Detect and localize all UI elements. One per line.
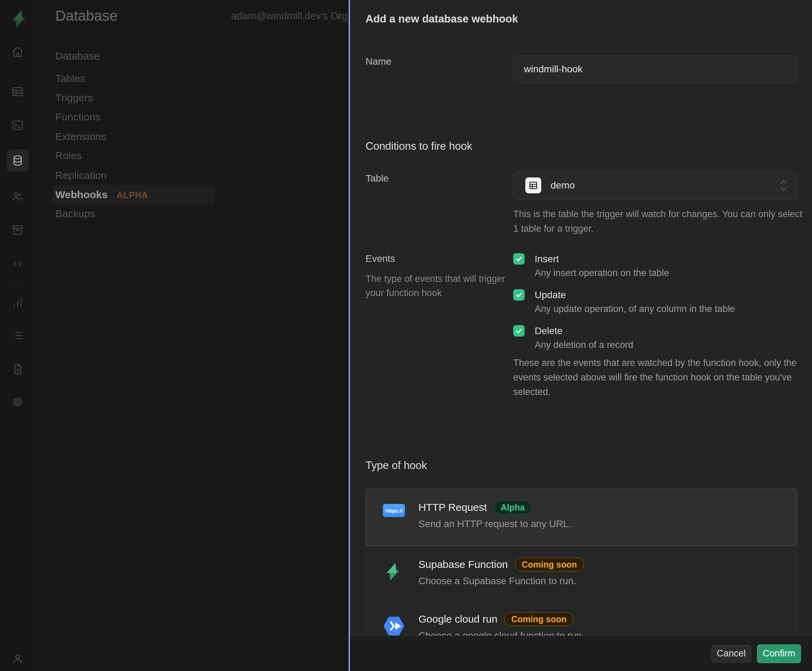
coming-soon-badge: Coming soon (505, 612, 574, 626)
breadcrumb-separator: / (337, 9, 340, 22)
breadcrumb-org[interactable]: adam@windmill.dev's Org (231, 10, 347, 22)
rail-item-database[interactable] (7, 150, 29, 172)
cancel-button[interactable]: Cancel (712, 645, 751, 662)
sidebar-item-triggers[interactable]: Triggers (55, 92, 93, 104)
name-input[interactable] (513, 55, 797, 83)
conditions-heading: Conditions to fire hook (366, 140, 472, 153)
update-description: Any update operation, of any column in t… (535, 304, 735, 314)
sidebar-item-backups[interactable]: Backups (55, 208, 95, 220)
sidebar-item-replication[interactable]: Replication (55, 169, 107, 182)
rail-item-reports[interactable] (7, 291, 29, 314)
rail-item-sql-editor[interactable] (7, 114, 29, 136)
table-icon (525, 177, 541, 193)
https-icon: https:// (383, 504, 405, 517)
rail-divider (5, 72, 30, 72)
hook-option-title: HTTP Request (419, 502, 487, 513)
rail-item-user[interactable] (7, 648, 29, 670)
update-label: Update (535, 289, 566, 301)
sql-editor-icon (12, 119, 24, 131)
delete-label: Delete (535, 325, 563, 337)
sidebar-item-extensions[interactable]: Extensions (55, 130, 106, 143)
events-note: These are the events that are watched by… (513, 356, 805, 399)
hook-option-supabase-function[interactable]: Supabase Function Coming soon Choose a S… (366, 546, 797, 600)
rail-item-logs[interactable] (7, 324, 29, 347)
panel-title: Add a new database webhook (366, 0, 518, 38)
rail-item-api[interactable] (7, 253, 29, 275)
confirm-button[interactable]: Confirm (757, 644, 801, 663)
divider (350, 109, 812, 109)
rail-item-home[interactable] (7, 41, 29, 63)
table-editor-icon (12, 85, 24, 98)
hook-option-description: Send an HTTP request to any URL. (419, 518, 571, 530)
sidebar-item-functions[interactable]: Functions (55, 111, 100, 123)
insert-checkbox[interactable] (513, 253, 524, 265)
hook-option-http-request[interactable]: https:// HTTP Request Alpha Send an HTTP… (366, 489, 797, 546)
coming-soon-badge: Coming soon (515, 557, 584, 571)
hook-type-heading: Type of hook (366, 459, 427, 472)
reports-chart-icon (12, 296, 24, 309)
events-label: Events (366, 253, 395, 264)
hook-option-description: Choose a google cloud function to run (419, 630, 582, 636)
table-label: Table (366, 173, 389, 184)
rail-divider (5, 283, 30, 283)
code-icon (12, 258, 24, 270)
name-label: Name (366, 56, 392, 67)
settings-gear-icon (12, 396, 24, 408)
update-checkbox[interactable] (513, 289, 524, 301)
alpha-badge: Alpha (494, 501, 531, 514)
logs-list-icon (12, 329, 24, 342)
sidebar-item-database[interactable]: Database (55, 50, 100, 62)
storage-icon (12, 224, 24, 236)
app-rail (0, 0, 38, 671)
rail-item-docs[interactable] (7, 358, 29, 380)
docs-file-icon (12, 363, 24, 375)
hook-option-title: Supabase Function (419, 559, 508, 571)
hook-option-title: Google cloud run (419, 613, 498, 625)
auth-users-icon (12, 190, 24, 203)
chevron-up-down-icon (778, 178, 789, 193)
database-icon (12, 154, 24, 167)
rail-item-settings[interactable] (7, 391, 29, 413)
sidebar-item-webhooks-label: Webhooks (55, 189, 107, 200)
panel-footer: Cancel Confirm (350, 636, 812, 671)
insert-description: Any insert operation on the table (535, 268, 669, 278)
supabase-function-icon (383, 561, 403, 582)
database-sidebar: Database adam@windmill.dev's Org / Datab… (38, 0, 349, 671)
delete-description: Any deletion of a record (535, 340, 633, 350)
home-icon (12, 46, 24, 58)
table-help-text: This is the table the trigger will watch… (513, 207, 805, 236)
alpha-badge: ALPHA (117, 190, 148, 200)
divider (350, 38, 812, 38)
hook-type-options: https:// HTTP Request Alpha Send an HTTP… (366, 489, 797, 636)
hook-option-google-cloud-run[interactable]: Google cloud run Coming soon Choose a go… (366, 600, 797, 636)
table-select-value: demo (551, 180, 575, 191)
divider (350, 429, 812, 429)
user-icon (12, 653, 24, 665)
rail-item-auth[interactable] (7, 186, 29, 208)
rail-item-table-editor[interactable] (7, 80, 29, 103)
google-cloud-run-icon (383, 616, 405, 636)
hook-option-description: Choose a Supabase Function to run. (419, 576, 584, 587)
webhook-panel-body: Add a new database webhook Name Conditio… (350, 0, 812, 636)
page-title: Database (55, 8, 117, 24)
sidebar-item-tables[interactable]: Tables (55, 72, 85, 85)
supabase-logo[interactable] (9, 9, 29, 29)
rail-item-storage[interactable] (7, 219, 29, 241)
delete-checkbox[interactable] (513, 325, 524, 337)
insert-label: Insert (535, 253, 559, 265)
events-description: The type of events that will trigger you… (366, 272, 511, 300)
sidebar-item-roles[interactable]: Roles (55, 150, 82, 162)
webhook-panel: Add a new database webhook Name Conditio… (349, 0, 812, 671)
table-select[interactable]: demo (513, 171, 797, 199)
sidebar-item-webhooks[interactable]: WebhooksALPHA (52, 185, 214, 205)
